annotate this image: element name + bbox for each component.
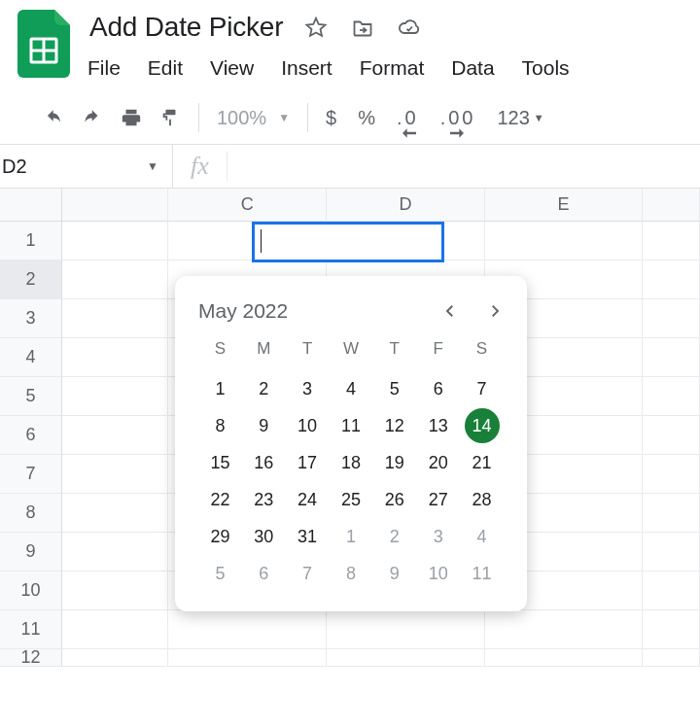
datepicker-day[interactable]: 2 (372, 518, 416, 555)
datepicker-day[interactable]: 7 (460, 370, 504, 407)
row-header-11[interactable]: 11 (0, 610, 62, 649)
active-cell[interactable] (252, 222, 444, 262)
select-all-corner[interactable] (0, 189, 62, 222)
datepicker-day[interactable]: 4 (460, 518, 504, 555)
star-icon[interactable] (304, 16, 328, 39)
datepicker-day[interactable]: 5 (372, 370, 416, 407)
datepicker-prev-button[interactable] (441, 302, 459, 320)
datepicker-day[interactable]: 8 (198, 407, 242, 444)
cell[interactable] (643, 494, 700, 533)
doc-title[interactable]: Add Date Picker (86, 10, 287, 45)
datepicker-day[interactable]: 7 (286, 555, 330, 592)
menu-view[interactable]: View (210, 56, 254, 80)
datepicker-day[interactable]: 23 (242, 481, 286, 518)
datepicker-day[interactable]: 21 (460, 444, 504, 481)
column-header[interactable] (643, 189, 700, 222)
move-icon[interactable] (351, 16, 374, 39)
datepicker-next-button[interactable] (486, 302, 504, 320)
cell[interactable] (485, 610, 644, 649)
datepicker-day[interactable]: 27 (416, 481, 460, 518)
datepicker-day[interactable]: 16 (242, 444, 286, 481)
datepicker-day[interactable]: 26 (372, 481, 416, 518)
datepicker-day[interactable]: 4 (330, 370, 373, 407)
datepicker-day[interactable]: 15 (198, 444, 242, 481)
print-button[interactable] (121, 107, 142, 128)
row-header-7[interactable]: 7 (0, 455, 62, 494)
menu-tools[interactable]: Tools (522, 56, 570, 80)
datepicker-day[interactable]: 31 (286, 518, 330, 555)
column-header[interactable] (62, 189, 168, 222)
column-header-D[interactable]: D (327, 189, 485, 222)
cell[interactable] (327, 610, 485, 649)
cell[interactable] (168, 610, 327, 649)
datepicker-day[interactable]: 1 (330, 518, 373, 555)
redo-button[interactable] (82, 107, 103, 128)
datepicker-day[interactable]: 29 (198, 518, 242, 555)
row-header-1[interactable]: 1 (0, 222, 62, 260)
datepicker-day[interactable]: 2 (242, 370, 286, 407)
menu-data[interactable]: Data (451, 56, 494, 80)
datepicker-day[interactable]: 19 (372, 444, 416, 481)
datepicker-day[interactable]: 11 (460, 555, 504, 592)
row-header-3[interactable]: 3 (0, 299, 62, 338)
cell[interactable] (643, 455, 700, 494)
cell[interactable] (643, 416, 700, 455)
row-header-4[interactable]: 4 (0, 338, 62, 377)
cell[interactable] (62, 455, 168, 494)
paint-format-button[interactable] (159, 107, 181, 128)
zoom-select[interactable]: 100% ▼ (217, 107, 290, 129)
cell[interactable] (62, 649, 168, 667)
cell[interactable] (643, 338, 700, 377)
undo-button[interactable] (43, 107, 64, 128)
datepicker-day[interactable]: 1 (198, 370, 242, 407)
cell[interactable] (643, 260, 700, 299)
datepicker-day[interactable]: 5 (198, 555, 242, 592)
row-header-5[interactable]: 5 (0, 377, 62, 416)
datepicker-day[interactable]: 8 (330, 555, 373, 592)
cell[interactable] (62, 222, 168, 260)
datepicker-month-label[interactable]: May 2022 (198, 299, 288, 323)
format-percent-button[interactable]: % (358, 107, 375, 129)
cell[interactable] (62, 572, 168, 610)
cell[interactable] (485, 649, 644, 667)
datepicker-day[interactable]: 12 (372, 407, 416, 444)
cell[interactable] (485, 222, 644, 260)
cell[interactable] (62, 494, 168, 533)
datepicker-day[interactable]: 14 (460, 407, 504, 444)
row-header-6[interactable]: 6 (0, 416, 62, 455)
cell[interactable] (62, 260, 168, 299)
row-header-2[interactable]: 2 (0, 260, 62, 299)
datepicker-day[interactable]: 22 (198, 481, 242, 518)
datepicker-day[interactable]: 30 (242, 518, 286, 555)
datepicker-day[interactable]: 6 (416, 370, 460, 407)
cell[interactable] (327, 649, 485, 667)
menu-insert[interactable]: Insert (281, 56, 332, 80)
datepicker-day[interactable]: 18 (330, 444, 373, 481)
menu-edit[interactable]: Edit (148, 56, 183, 80)
datepicker-day[interactable]: 3 (286, 370, 330, 407)
decrease-decimal-button[interactable]: .0 (397, 107, 419, 129)
datepicker-day[interactable]: 28 (460, 481, 504, 518)
datepicker-day[interactable]: 25 (330, 481, 373, 518)
datepicker-day[interactable]: 17 (286, 444, 330, 481)
cell[interactable] (62, 377, 168, 416)
cell[interactable] (168, 649, 327, 667)
cell[interactable] (62, 299, 168, 338)
datepicker-day[interactable]: 20 (416, 444, 460, 481)
datepicker-day[interactable]: 9 (372, 555, 416, 592)
cell[interactable] (643, 572, 700, 610)
datepicker-day[interactable]: 13 (416, 407, 460, 444)
cell[interactable] (643, 299, 700, 338)
row-header-10[interactable]: 10 (0, 572, 62, 610)
cell[interactable] (643, 377, 700, 416)
datepicker-day[interactable]: 3 (416, 518, 460, 555)
row-header-8[interactable]: 8 (0, 494, 62, 533)
datepicker-day[interactable]: 6 (242, 555, 286, 592)
cell[interactable] (62, 416, 168, 455)
cell[interactable] (62, 533, 168, 572)
format-currency-button[interactable]: $ (326, 107, 336, 129)
cell[interactable] (643, 533, 700, 572)
column-header-C[interactable]: C (168, 189, 327, 222)
menu-format[interactable]: Format (360, 56, 425, 80)
datepicker-day[interactable]: 9 (242, 407, 286, 444)
